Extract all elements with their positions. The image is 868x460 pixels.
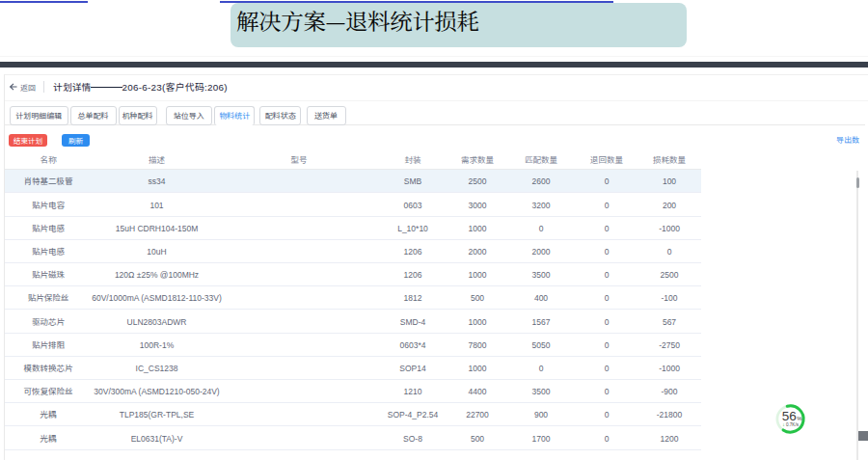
svg-text:%: % [797, 416, 802, 421]
svg-text:↓: ↓ [782, 421, 785, 427]
svg-text:0.7K/s: 0.7K/s [786, 422, 800, 427]
